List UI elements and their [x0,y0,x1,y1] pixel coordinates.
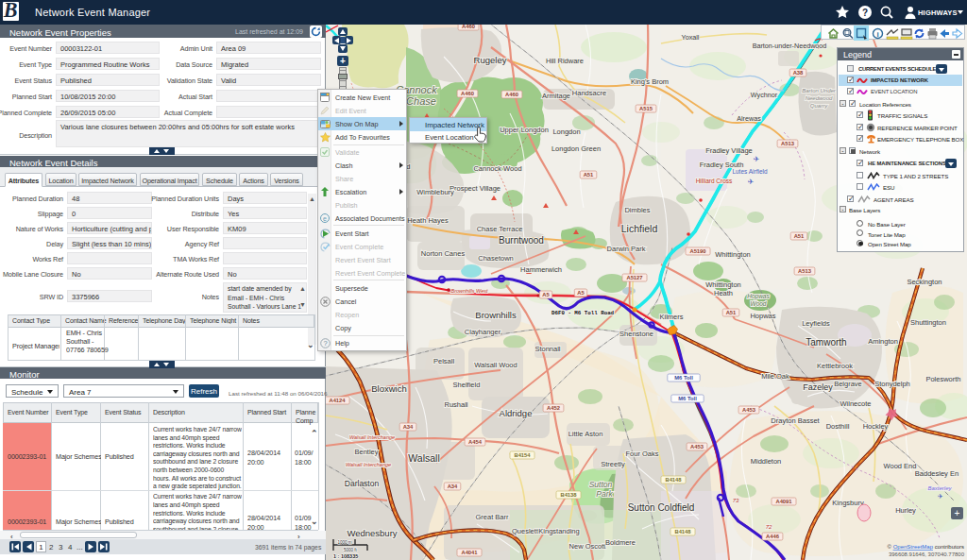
svg-text:Walsall Interchange: Walsall Interchange [349,434,395,440]
svg-text:Pelsall: Pelsall [433,357,454,365]
svg-text:Whittington: Whittington [705,280,741,289]
svg-text:Dimbles: Dimbles [624,206,650,214]
svg-text:Chase Terrace: Chase Terrace [477,225,523,233]
svg-text:Wood End: Wood End [884,462,917,470]
svg-text:Wood: Wood [751,300,767,307]
svg-text:A51: A51 [794,233,805,239]
svg-text:A460: A460 [462,25,475,29]
svg-text:Mile Oak: Mile Oak [761,372,789,381]
svg-text:+: + [955,508,960,518]
svg-text:Hammerwich: Hammerwich [520,265,562,274]
svg-text:Hockley: Hockley [863,422,889,431]
svg-text:Walsall Interchange: Walsall Interchange [346,462,391,467]
svg-text:M6 Toll: M6 Toll [678,396,697,401]
svg-text:Yoxall: Yoxall [682,33,700,42]
svg-text:Armitage: Armitage [542,92,570,100]
svg-text:Handsacre: Handsacre [572,89,606,97]
svg-text:A460: A460 [461,91,474,96]
svg-text:Upper Longdon: Upper Longdon [500,126,549,134]
svg-text:Drayton Basset: Drayton Basset [771,416,820,425]
svg-text:A513: A513 [781,141,795,146]
svg-text:A5127: A5127 [626,275,642,280]
svg-text:Prospect Village: Prospect Village [450,184,500,193]
svg-text:Wilnecote: Wilnecote [840,399,872,408]
svg-text:Cannock Wood: Cannock Wood [473,164,521,173]
svg-text:Lutes Airfield: Lutes Airfield [732,168,768,175]
svg-text:Hopwas: Hopwas [750,312,775,320]
svg-text:Wednesbury: Wednesbury [347,528,397,538]
svg-text:Baxterley: Baxterley [927,485,952,491]
svg-text:Longdon: Longdon [552,127,580,136]
svg-text:Norton Canes: Norton Canes [421,249,466,258]
svg-text:Clayhanger: Clayhanger [465,328,501,336]
svg-text:Sutton Coldfield: Sutton Coldfield [628,502,695,513]
svg-text:Park: Park [596,489,613,499]
svg-text:Baddesley En: Baddesley En [915,469,959,478]
svg-text:Shelfield: Shelfield [453,381,481,389]
svg-text:Hilliard Cross: Hilliard Cross [696,178,733,184]
svg-text:A38: A38 [793,70,804,76]
svg-text:Alrewas: Alrewas [737,114,761,123]
svg-text:A51: A51 [726,310,737,315]
svg-text:?: ? [323,339,327,348]
svg-text:Needwood: Needwood [806,95,833,101]
svg-text:Boldmere: Boldmere [605,538,636,547]
svg-text:Kettlebrook: Kettlebrook [817,362,853,370]
svg-text:Chase: Chase [406,95,436,107]
svg-text:?: ? [862,8,868,18]
svg-text:Walsall: Walsall [408,452,439,464]
svg-text:Wimblebury: Wimblebury [416,188,454,196]
svg-text:A34: A34 [448,484,458,489]
svg-text:Barton Under: Barton Under [802,88,837,93]
svg-text:A453: A453 [742,407,756,413]
svg-text:Hurley: Hurley [895,506,916,515]
svg-text:Rushall: Rushall [444,400,467,409]
svg-text:A452: A452 [547,405,560,411]
svg-text:A5: A5 [542,292,550,297]
svg-text:Brownhills West: Brownhills West [450,288,487,294]
svg-text:Hill Ridware: Hill Ridware [546,57,584,65]
svg-text:B4148: B4148 [674,529,691,535]
svg-text:Kilmers: Kilmers [659,313,683,321]
svg-text:Kingsbury: Kingsbury [832,499,864,507]
svg-text:Burntwood: Burntwood [499,235,544,246]
svg-text:A4124: A4124 [329,398,346,403]
svg-text:Streetly: Streetly [601,460,625,468]
svg-text:A446: A446 [766,534,780,539]
svg-text:Bloxwich: Bloxwich [371,383,407,394]
svg-text:5000 ft: 5000 ft [344,548,358,552]
svg-text:✈: ✈ [748,178,755,186]
svg-text:396608.91646, 307040.77800: 396608.91646, 307040.77800 [889,552,965,557]
svg-text:Darwin Park: Darwin Park [607,245,646,253]
svg-text:✈: ✈ [754,155,760,163]
svg-text:73: 73 [733,498,739,503]
svg-text:Brownhills: Brownhills [475,310,517,320]
svg-text:Tamworth: Tamworth [806,337,846,348]
svg-text:Fazeley: Fazeley [803,382,833,392]
svg-text:B4154: B4154 [514,452,531,458]
svg-text:A5190: A5190 [689,248,705,254]
svg-text:Middleton: Middleton [751,457,782,466]
svg-text:A51: A51 [584,172,594,178]
svg-text:Quarry: Quarry [810,103,828,109]
svg-text:Chasetown: Chasetown [478,254,514,263]
svg-text:Whittington: Whittington [715,250,751,259]
svg-text:Barton-under-Needwood: Barton-under-Needwood [753,42,827,50]
svg-text:Polesworth: Polesworth [925,375,960,383]
svg-text:© OpenStreetMap contributors: © OpenStreetMap contributors [888,544,964,550]
svg-text:Sutton: Sutton [589,480,613,489]
svg-text:Fradley Village: Fradley Village [705,146,752,155]
svg-text:Seckington: Seckington [907,278,942,286]
svg-text:B4138: B4138 [560,492,577,498]
svg-text:D6F0 - M6 Toll Road: D6F0 - M6 Toll Road [551,310,615,316]
svg-text:Great Barr: Great Barr [475,513,509,521]
svg-text:Dosthill: Dosthill [826,422,850,431]
svg-text:Darlaston: Darlaston [345,479,380,488]
svg-text:e: e [323,214,327,221]
svg-text:Amington: Amington [868,337,898,346]
svg-text:M6 Toll: M6 Toll [674,375,693,381]
svg-text:Queslett: Queslett [512,527,539,535]
svg-text:✈: ✈ [938,493,943,500]
svg-text:A4041: A4041 [461,550,478,555]
svg-text:Hopwas: Hopwas [747,293,770,300]
